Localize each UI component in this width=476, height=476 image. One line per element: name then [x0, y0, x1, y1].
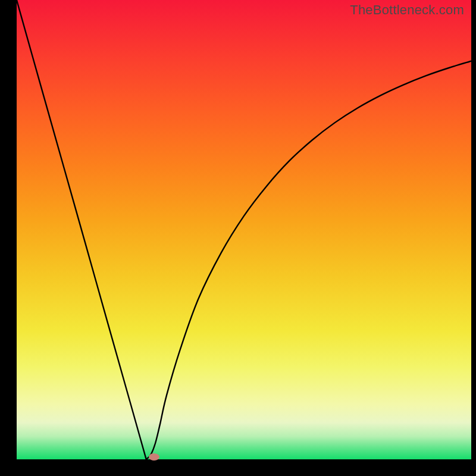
watermark-text: TheBottleneck.com [350, 2, 464, 18]
optimum-marker [149, 453, 159, 461]
plot-area: TheBottleneck.com [17, 0, 471, 459]
chart-frame: TheBottleneck.com [0, 0, 476, 476]
bottleneck-curve [17, 0, 471, 459]
